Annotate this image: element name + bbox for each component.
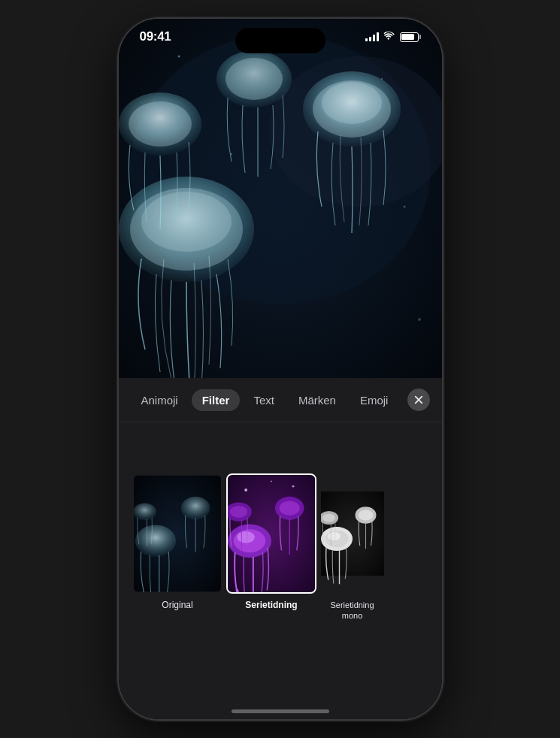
bottom-panel: Animoji Filter Text Märken Emoji [119,378,442,719]
tab-text[interactable]: Text [243,389,285,411]
photo-area [119,19,442,387]
tab-emoji[interactable]: Emoji [350,389,399,411]
status-time: 09:41 [140,29,171,44]
svg-point-29 [280,501,300,516]
filter-slider-area [119,422,442,467]
svg-point-13 [177,56,180,58]
wifi-icon [383,32,395,42]
tabs-row: Animoji Filter Text Märken Emoji [119,378,442,422]
svg-point-19 [418,318,421,321]
svg-point-27 [238,531,255,543]
phone-screen: 09:41 [119,19,442,719]
svg-point-12 [129,101,192,147]
filter-label-serietidning-mono: Serietidningmono [330,600,374,622]
filter-thumb-serietidning-mono [319,473,386,594]
svg-point-33 [292,485,295,488]
svg-point-14 [381,78,383,80]
svg-point-16 [231,153,232,155]
svg-point-38 [328,532,341,540]
close-button[interactable] [407,389,430,411]
svg-point-10 [226,58,283,100]
filter-thumb-original [132,473,222,594]
tab-marken[interactable]: Märken [288,389,347,411]
filter-item-serietidning-mono[interactable]: Serietidningmono [319,473,386,622]
tab-filter[interactable]: Filter [192,389,241,411]
tab-animoji[interactable]: Animoji [131,389,189,411]
filter-label-serietidning: Serietidning [245,600,297,612]
phone-frame: 09:41 [119,19,442,719]
svg-point-32 [244,488,247,491]
filter-label-original: Original [162,600,192,612]
svg-point-18 [141,259,142,260]
home-indicator [232,709,329,713]
dynamic-island [235,28,325,53]
svg-point-5 [141,192,232,252]
filter-grid: Original [119,467,442,719]
filter-item-original[interactable]: Original [131,473,225,612]
svg-point-40 [358,510,373,521]
svg-point-34 [271,480,272,482]
filter-item-serietidning[interactable]: Serietidning [225,473,319,612]
status-icons [365,32,421,42]
svg-point-42 [322,513,335,522]
signal-icon [365,32,379,41]
battery-icon [400,32,421,42]
svg-point-17 [403,206,405,208]
svg-point-31 [230,506,247,517]
filter-thumb-serietidning [226,473,316,594]
svg-point-8 [322,82,382,124]
